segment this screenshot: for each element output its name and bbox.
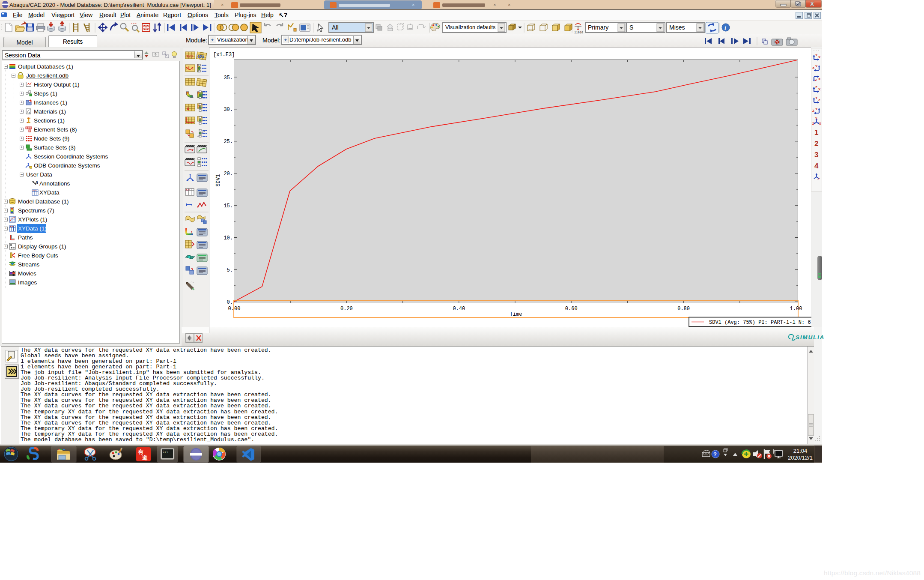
svg-text:10.: 10. <box>224 235 233 241</box>
svg-text:123: 123 <box>186 54 193 58</box>
svg-text:×: × <box>508 2 510 7</box>
svg-text:?: ? <box>713 451 717 457</box>
svg-text:Visualization defaults: Visualization defaults <box>445 24 495 30</box>
svg-text:5.: 5. <box>227 267 233 273</box>
svg-text:25.: 25. <box>224 139 233 145</box>
svg-text:35.: 35. <box>224 75 233 81</box>
svg-text:Y: Y <box>815 117 817 120</box>
svg-text:Z: Z <box>815 78 817 82</box>
svg-text:x: x <box>187 106 190 111</box>
svg-text:0.60: 0.60 <box>565 306 578 312</box>
svg-text:30.: 30. <box>224 107 233 113</box>
svg-text:X Y: X Y <box>186 188 190 191</box>
svg-text:Z: Z <box>815 85 817 89</box>
svg-text:11010: 11010 <box>574 31 583 34</box>
svg-text:3: 3 <box>814 151 818 159</box>
svg-text:SDV1: SDV1 <box>215 174 221 187</box>
svg-text:SDV1 (Avg: 75%) PI: PART-1-1 N: SDV1 (Avg: 75%) PI: PART-1-1 N: 6 <box>709 320 811 326</box>
svg-text:0.20: 0.20 <box>340 306 353 312</box>
svg-text:A: A <box>35 180 38 185</box>
svg-text:0.80: 0.80 <box>677 306 690 312</box>
svg-text:1: 1 <box>814 129 818 137</box>
svg-text:All: All <box>332 24 339 31</box>
svg-text:Z: Z <box>818 98 820 102</box>
svg-text:Time: Time <box>510 311 522 317</box>
svg-text:15.: 15. <box>224 203 233 209</box>
svg-text:×: × <box>493 2 496 7</box>
svg-text:Z: Z <box>812 109 814 113</box>
svg-text:Primary: Primary <box>588 24 608 31</box>
svg-text:Y: Y <box>815 64 818 68</box>
svg-text:X: X <box>819 122 821 125</box>
svg-text:Mises: Mises <box>669 24 685 31</box>
svg-text:Y: Y <box>815 107 818 111</box>
svg-text:X: X <box>818 87 821 91</box>
svg-text:20.: 20. <box>224 171 233 177</box>
svg-text:2: 2 <box>814 140 818 148</box>
svg-text:0.00: 0.00 <box>228 306 241 312</box>
svg-text:Z: Z <box>812 122 814 125</box>
svg-text:X: X <box>812 66 815 70</box>
svg-text:X: X <box>810 0 814 7</box>
svg-text:123: 123 <box>197 54 204 59</box>
svg-text:X: X <box>818 55 821 59</box>
svg-text:X: X <box>818 77 821 81</box>
svg-text:i: i <box>724 25 726 31</box>
svg-text:S: S <box>629 24 633 31</box>
svg-text:有: 有 <box>137 448 144 455</box>
svg-text:>L<: >L< <box>186 66 194 71</box>
svg-text:4: 4 <box>814 162 819 170</box>
svg-text:×: × <box>221 2 224 7</box>
svg-text:×: × <box>412 2 414 7</box>
svg-text:ε: ε <box>29 111 30 115</box>
svg-text:C:\_: C:\_ <box>163 450 170 454</box>
svg-text:Y: Y <box>815 96 818 100</box>
svg-text:1.00: 1.00 <box>790 306 802 312</box>
svg-text:0.40: 0.40 <box>453 306 465 312</box>
svg-text:Y: Y <box>815 53 818 57</box>
svg-text:道: 道 <box>142 454 148 461</box>
svg-text:0.: 0. <box>227 299 233 305</box>
